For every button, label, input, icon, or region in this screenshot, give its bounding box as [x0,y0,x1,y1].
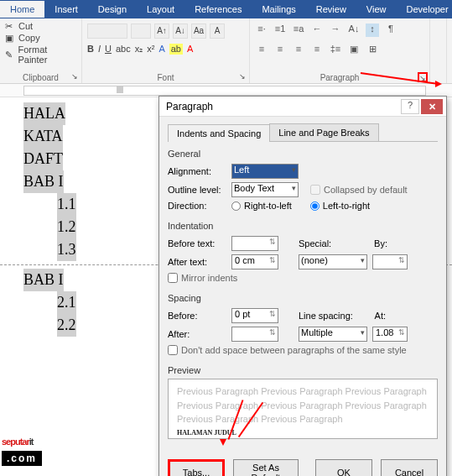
paragraph-dialog: Paragraph ? ✕ Indents and Spacing Line a… [158,96,447,476]
rtl-radio[interactable]: Right-to-left [231,201,292,211]
dialog-tabs: Indents and Spacing Line and Page Breaks [168,123,438,142]
document-line[interactable]: KATA [23,125,63,148]
by-spinner[interactable] [372,254,408,269]
section-general: General [168,149,438,159]
tab-design[interactable]: Design [88,1,137,18]
justify-icon[interactable]: ≡ [310,44,324,57]
tab-mailings[interactable]: Mailings [252,1,305,18]
document-line[interactable]: DAFT [23,148,63,170]
set-default-button[interactable]: Set As Default [233,459,299,476]
font-launcher[interactable]: ↘ [237,72,247,82]
spacing-before-spinner[interactable]: 0 pt [231,308,278,323]
font-size-combo[interactable] [131,24,151,39]
help-button[interactable]: ? [401,99,419,114]
direction-label: Direction: [168,201,226,211]
bullets-icon[interactable]: ≡· [255,24,268,37]
brush-icon: ✎ [5,50,14,60]
show-marks-icon[interactable]: ¶ [384,24,397,37]
tabs-button[interactable]: Tabs... [168,459,225,476]
annotation-arrowhead-1 [435,81,442,87]
highlight-button[interactable]: ab [169,44,183,55]
tab-layout[interactable]: Layout [137,1,184,18]
change-case-icon[interactable]: Aa [191,24,206,39]
group-paragraph: ≡· ≡1 ≡a ← → A↓ ↕ ¶ ≡ ≡ ≡ ≡ ‡≡ ▣ ⊞ Parag… [250,18,430,83]
group-font: A↑ A↓ Aa A B I U abc x₂ x² A ab A Font ↘ [82,18,250,83]
bold-button[interactable]: B [87,44,94,55]
copy-button[interactable]: ▣Copy [5,32,76,44]
at-spinner[interactable]: 1.08 [372,327,408,342]
ruler-indent-handle[interactable] [117,86,123,93]
alignment-combo[interactable]: Left [231,164,299,179]
document-line[interactable]: 1.2 [57,216,76,238]
format-painter-button[interactable]: ✎Format Painter [5,44,76,65]
document-line[interactable]: BAB I [23,269,64,291]
line-spacing-icon[interactable]: ‡≡ [329,44,342,57]
cut-button[interactable]: ✂Cut [5,20,76,32]
grow-font-icon[interactable]: A↑ [154,24,169,39]
font-color-button[interactable]: A [187,44,193,55]
increase-indent-icon[interactable]: → [329,24,342,37]
tab-developer[interactable]: Developer [397,1,453,18]
decrease-indent-icon[interactable]: ← [310,24,324,37]
italic-button[interactable]: I [98,44,101,55]
align-right-icon[interactable]: ≡ [292,44,305,57]
group-label-font: Font [82,73,249,82]
tab-view[interactable]: View [356,1,397,18]
font-name-combo[interactable] [87,24,127,39]
outline-combo[interactable]: Body Text [231,182,299,197]
numbering-icon[interactable]: ≡1 [273,24,287,37]
clipboard-launcher[interactable]: ↘ [70,72,80,82]
section-indentation: Indentation [168,221,438,231]
document-line[interactable]: 2.1 [57,291,76,314]
borders-icon[interactable]: ⊞ [366,44,379,57]
superscript-button[interactable]: x² [147,44,154,55]
after-text-spinner[interactable]: 0 cm [231,254,278,269]
tab-insert[interactable]: Insert [44,1,88,18]
line-spacing-combo[interactable]: Multiple [299,327,367,342]
close-button[interactable]: ✕ [421,99,443,114]
tab-line-page-breaks[interactable]: Line and Page Breaks [269,123,378,141]
preview-box: Previous Paragraph Previous Paragraph Pr… [168,379,438,439]
dialog-titlebar[interactable]: Paragraph ? ✕ [159,97,446,117]
document-line[interactable]: 1.3 [57,238,76,261]
underline-button[interactable]: U [105,44,112,55]
shading-icon[interactable]: ▣ [347,44,361,57]
ribbon-tabs: Home Insert Design Layout References Mai… [0,0,452,18]
strike-button[interactable]: abc [116,44,131,55]
shrink-font-icon[interactable]: A↓ [173,24,188,39]
tab-indents-spacing[interactable]: Indents and Spacing [168,124,270,142]
ribbon-body: ✂Cut ▣Copy ✎Format Painter Clipboard ↘ A… [0,18,452,84]
subscript-button[interactable]: x₂ [135,44,143,55]
align-left-icon[interactable]: ≡ [255,44,268,57]
document-line[interactable]: 2.2 [57,314,76,337]
multilevel-icon[interactable]: ≡a [292,24,305,37]
after-text-label: After text: [168,257,226,267]
no-space-checkbox[interactable]: Don't add space between paragraphs of th… [168,343,438,357]
document-line[interactable]: HALA [23,102,65,125]
tab-home[interactable]: Home [0,1,44,18]
special-combo[interactable]: (none) [299,254,367,269]
line-spacing-label: Line spacing: [299,311,359,321]
tab-review[interactable]: Review [306,1,356,18]
sort-icon[interactable]: A↓ [347,24,361,37]
clear-format-icon[interactable]: A [210,24,225,39]
text-direction-icon[interactable]: ↕ [366,24,379,37]
spacing-after-label: After: [168,329,226,339]
spacing-after-spinner[interactable] [231,327,278,342]
scissors-icon: ✂ [5,21,15,31]
document-line[interactable]: 1.1 [57,193,76,216]
by-label: By: [362,238,387,248]
mirror-indents-checkbox[interactable]: Mirror indents [168,271,438,285]
at-label: At: [364,311,386,321]
text-effects-button[interactable]: A [158,44,164,55]
cancel-button[interactable]: Cancel [381,459,438,476]
align-center-icon[interactable]: ≡ [273,44,287,57]
dialog-buttons: Tabs... Set As Default OK Cancel [159,452,446,476]
group-styles [430,18,447,83]
ok-button[interactable]: OK [315,459,372,476]
tab-references[interactable]: References [184,1,252,18]
before-text-label: Before text: [168,238,226,248]
document-line[interactable]: BAB I [23,170,64,193]
ltr-radio[interactable]: Left-to-right [310,201,370,211]
before-text-spinner[interactable] [231,236,278,251]
